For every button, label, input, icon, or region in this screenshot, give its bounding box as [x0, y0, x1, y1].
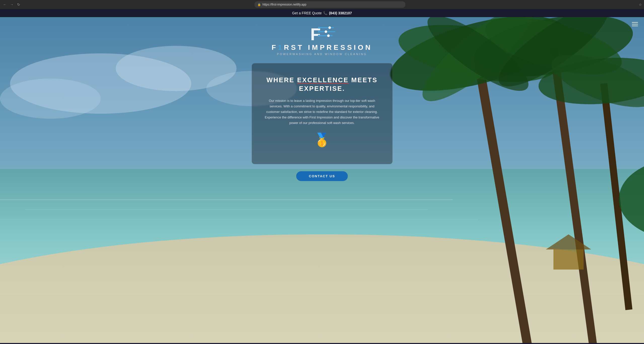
- logo-area: F F1RST IMPRESSION POWERWASHING AND WIND…: [272, 22, 372, 56]
- svg-rect-19: [553, 249, 584, 270]
- browser-actions: ☆: [639, 3, 642, 7]
- hamburger-line-3: [632, 26, 638, 26]
- headline-before: WHERE: [267, 76, 295, 84]
- hero-headline: WHERE EXCELLENCE MEETS EXPERTISE.: [264, 76, 380, 93]
- lock-icon: 🔒: [257, 3, 261, 6]
- hero-section: F F1RST IMPRESSION POWERWASHING AND WIND…: [0, 17, 644, 343]
- browser-forward-button[interactable]: →: [9, 2, 15, 7]
- address-bar[interactable]: 🔒 https://first-impression.netlify.app: [254, 1, 405, 8]
- contact-us-button[interactable]: CONTACT US: [296, 171, 348, 181]
- logo-f-letter: F: [272, 44, 278, 51]
- browser-chrome: ← → ↻ 🔒 https://first-impression.netlify…: [0, 0, 644, 9]
- svg-point-6: [0, 234, 644, 343]
- url-text: https://first-impression.netlify.app: [262, 3, 307, 6]
- content-card: WHERE EXCELLENCE MEETS EXPERTISE. Our mi…: [252, 63, 393, 164]
- svg-point-28: [318, 27, 320, 29]
- logo-1-letter: 1: [278, 44, 284, 51]
- logo-rest: RST IMPRESSION: [284, 44, 372, 51]
- svg-point-34: [325, 30, 327, 33]
- logo-title: F1RST IMPRESSION: [272, 44, 372, 52]
- svg-rect-23: [0, 199, 453, 200]
- browser-refresh-button[interactable]: ↻: [16, 2, 21, 7]
- svg-point-30: [318, 31, 320, 33]
- svg-rect-25: [0, 219, 478, 220]
- svg-point-35: [327, 34, 330, 37]
- svg-point-3: [0, 78, 101, 119]
- phone-number: (843) 3382107: [329, 11, 352, 15]
- hero-description: Our mission is to leave a lasting impres…: [264, 98, 380, 126]
- phone-emoji: 📞: [323, 11, 327, 15]
- hamburger-menu-button[interactable]: [632, 22, 638, 26]
- notification-text: Get a FREE Quote: [292, 11, 322, 15]
- svg-point-33: [328, 26, 331, 29]
- svg-point-32: [318, 35, 320, 37]
- hamburger-line-2: [632, 24, 638, 24]
- logo-subtitle: POWERWASHING AND WINDOW CLEANING: [277, 53, 367, 56]
- svg-rect-24: [25, 209, 428, 210]
- browser-back-button[interactable]: ←: [2, 2, 8, 7]
- logo-graphic: F: [306, 22, 338, 44]
- top-notification-bar: Get a FREE Quote 📞 (843) 3382107: [0, 9, 644, 17]
- headline-emphasis: EXCELLENCE: [297, 76, 349, 84]
- contact-button-area: CONTACT US: [296, 171, 348, 181]
- bookmark-icon[interactable]: ☆: [639, 3, 642, 7]
- award-emoji: 🥇: [264, 133, 380, 146]
- hamburger-line-1: [632, 22, 638, 23]
